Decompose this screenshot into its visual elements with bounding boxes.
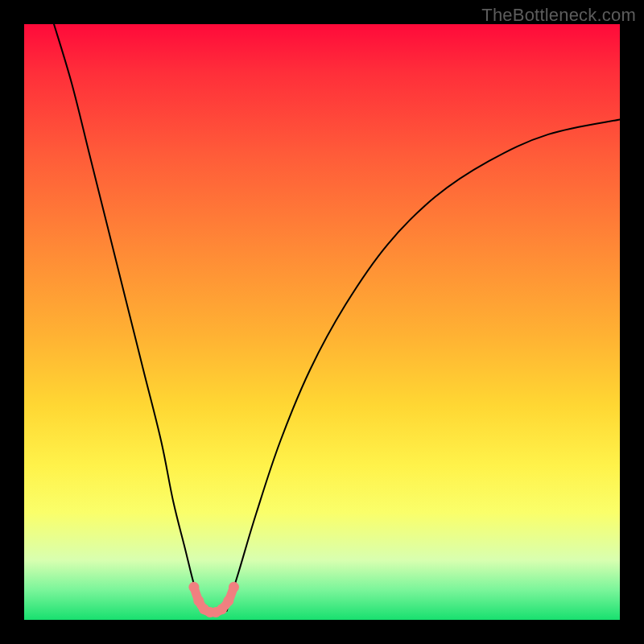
series-marker	[188, 582, 199, 592]
chart-svg	[24, 24, 620, 620]
watermark-text: TheBottleneck.com	[481, 5, 636, 26]
series-marker	[229, 582, 239, 592]
series-marker	[217, 604, 227, 614]
plot-area	[24, 24, 620, 620]
series-curve-left	[54, 24, 203, 611]
series-curve-right	[227, 119, 620, 611]
series-marker	[223, 596, 233, 606]
